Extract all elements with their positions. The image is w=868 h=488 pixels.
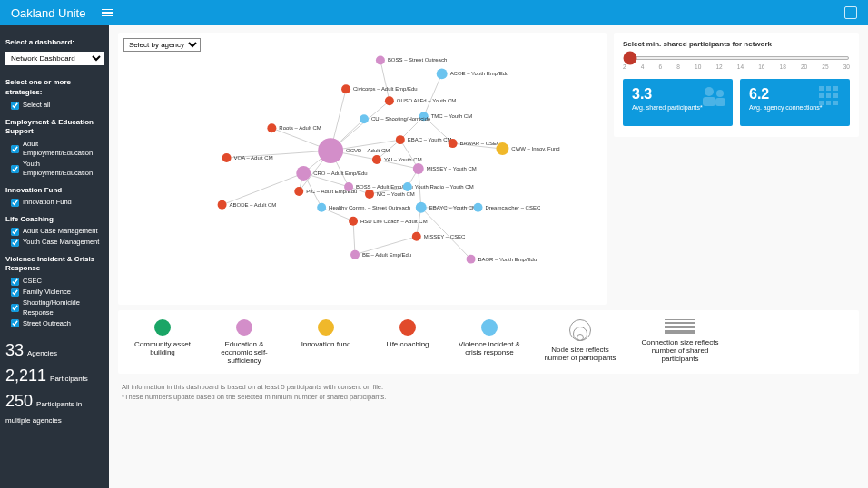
- dashboard-select[interactable]: Network Dashboard: [5, 52, 104, 65]
- network-node[interactable]: [341, 84, 350, 93]
- agency-select[interactable]: Select by agency: [123, 38, 201, 52]
- sidebar-checkbox[interactable]: Shooting/Homicide Response: [11, 298, 104, 317]
- avg-shared-card: 3.3 Avg. shared participants*: [623, 79, 733, 126]
- network-node[interactable]: [449, 139, 458, 148]
- network-node[interactable]: [437, 68, 448, 79]
- brand-title: Oakland Unite: [11, 6, 85, 20]
- sidebar: Select a dashboard: Network Dashboard Se…: [0, 25, 109, 488]
- sidebar-checkbox[interactable]: Adult Case Management: [11, 227, 104, 236]
- network-node-label: Youth Radio – Youth CM: [415, 184, 474, 190]
- network-node[interactable]: [496, 142, 508, 155]
- svg-line-10: [222, 173, 304, 205]
- metrics-title: Select min. shared participants for netw…: [623, 40, 850, 48]
- network-node[interactable]: [372, 155, 381, 164]
- network-node[interactable]: [396, 135, 405, 144]
- avg-connections-card: 6.2 Avg. agency connections*: [740, 79, 850, 126]
- svg-rect-43: [826, 101, 831, 105]
- network-node[interactable]: [344, 182, 353, 191]
- stat-multi-num: 250: [5, 390, 33, 412]
- network-node-label: CRO – Adult Emp/Edu: [313, 171, 367, 176]
- svg-rect-41: [833, 93, 838, 98]
- swatch-circle: [236, 319, 252, 336]
- sidebar-checkbox[interactable]: Street Outreach: [11, 319, 104, 328]
- svg-line-22: [424, 73, 442, 116]
- topbar: Oakland Unite: [0, 0, 868, 25]
- network-node-label: CWW – Innov. Fund: [511, 146, 559, 151]
- legend-swatch: Community asset building: [131, 319, 194, 356]
- network-node[interactable]: [412, 232, 421, 241]
- sidebar-checkbox[interactable]: Family Violence: [11, 288, 104, 297]
- network-node-label: BAWAR – CSEC: [460, 141, 501, 146]
- svg-rect-44: [833, 101, 838, 105]
- network-node[interactable]: [360, 114, 369, 123]
- legend: Community asset buildingEducation & econ…: [118, 310, 859, 374]
- network-node-label: MC – Youth CM: [377, 191, 415, 197]
- people-icon: [700, 84, 727, 108]
- network-node[interactable]: [376, 55, 385, 64]
- network-node[interactable]: [318, 138, 343, 163]
- svg-rect-39: [819, 93, 824, 98]
- hamburger-icon[interactable]: [102, 9, 113, 17]
- network-node[interactable]: [416, 202, 427, 213]
- swatch-circle: [481, 319, 498, 336]
- sidebar-group-title: Life Coaching: [5, 215, 104, 225]
- network-node-label: Healthy Comm. – Street Outreach: [329, 205, 410, 210]
- network-node-label: EBAYC – Youth CM: [429, 205, 477, 210]
- network-node[interactable]: [317, 203, 326, 212]
- sidebar-checkbox[interactable]: Youth Employment/Education: [11, 160, 104, 178]
- network-node[interactable]: [365, 190, 374, 199]
- svg-rect-42: [819, 101, 824, 105]
- network-node[interactable]: [467, 255, 476, 264]
- svg-point-34: [716, 90, 724, 97]
- svg-line-26: [380, 60, 390, 101]
- legend-swatch: Innovation fund: [294, 319, 358, 348]
- network-node-label: ACOE – Youth Emp/Edu: [450, 71, 509, 76]
- network-node-label: OCVD – Adult CM: [346, 148, 390, 153]
- network-node-label: BAOR – Youth Emp/Edu: [478, 257, 538, 262]
- network-node[interactable]: [385, 96, 394, 105]
- sidebar-checkbox[interactable]: CSEC: [11, 277, 104, 286]
- network-node[interactable]: [349, 217, 358, 226]
- min-shared-slider[interactable]: [623, 56, 850, 60]
- legend-swatch: Life coaching: [376, 319, 439, 348]
- sidebar-checkbox[interactable]: Youth Case Management: [11, 238, 104, 247]
- network-chart[interactable]: Select by agency BOSS – Street OutreachA…: [118, 33, 607, 305]
- network-node-label: CU – Shooting/Homicide: [371, 116, 431, 122]
- network-node-label: OUSD AltEd – Youth CM: [397, 98, 456, 103]
- legend-swatch: Education & economic self-sufficiency: [212, 319, 276, 365]
- stat-participants-num: 2,211: [5, 365, 46, 386]
- network-node[interactable]: [413, 163, 424, 174]
- svg-rect-33: [703, 97, 715, 106]
- network-node-label: Civicorps – Adult Emp/Edu: [353, 86, 418, 92]
- select-dashboard-label: Select a dashboard:: [5, 38, 104, 48]
- svg-rect-38: [833, 86, 838, 91]
- svg-rect-40: [826, 93, 831, 98]
- sidebar-group-title: Violence Incident & Crisis Response: [5, 255, 104, 275]
- network-node[interactable]: [294, 187, 303, 196]
- network-node-label: VOA – Adult CM: [234, 155, 273, 161]
- network-node[interactable]: [222, 153, 232, 162]
- network-node[interactable]: [350, 250, 360, 259]
- network-node[interactable]: [296, 166, 311, 181]
- network-node-label: YAI – Youth CM: [384, 157, 422, 162]
- network-node[interactable]: [403, 182, 412, 191]
- footnotes: All information in this dashboard is bas…: [118, 379, 859, 405]
- metrics-panel: Select min. shared participants for netw…: [614, 33, 859, 137]
- swatch-circle: [318, 319, 334, 336]
- svg-line-28: [353, 221, 355, 255]
- sidebar-checkbox[interactable]: Adult Employment/Education: [11, 140, 104, 158]
- select-all-checkbox[interactable]: Select all: [11, 101, 104, 110]
- network-node[interactable]: [474, 203, 483, 212]
- network-svg: BOSS – Street OutreachACOE – Youth Emp/E…: [118, 33, 607, 305]
- network-node[interactable]: [267, 123, 276, 132]
- sidebar-group-title: Employment & Education Support: [5, 118, 104, 138]
- network-node-label: Roots – Adult CM: [279, 125, 321, 131]
- network-node[interactable]: [218, 200, 227, 210]
- fullscreen-icon[interactable]: [844, 6, 857, 19]
- legend-swatch: Violence incident & crisis response: [458, 319, 521, 356]
- sidebar-checkbox[interactable]: Innovation Fund: [11, 198, 104, 207]
- legend-connection-size: Connection size reflects number of share…: [639, 319, 721, 363]
- stat-agencies-num: 33: [5, 339, 24, 361]
- network-node-label: ABODE – Adult CM: [230, 202, 277, 208]
- network-node-label: BE – Adult Emp/Edu: [362, 252, 411, 258]
